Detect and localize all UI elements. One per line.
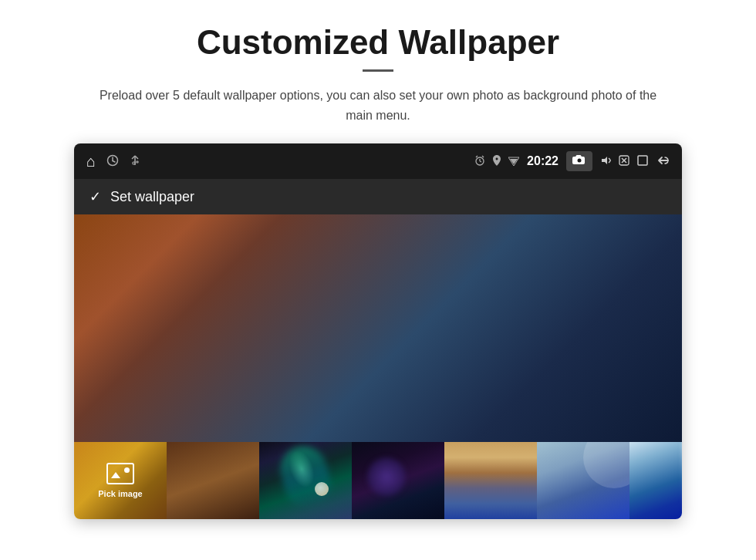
svg-line-17 [609, 158, 610, 160]
thumbnail-strip: Pick image [74, 442, 682, 519]
status-bar: ⌂ [74, 143, 682, 179]
volume-icon[interactable] [600, 155, 611, 168]
camera-icon[interactable] [566, 151, 592, 171]
back-icon[interactable] [656, 155, 670, 168]
home-icon: ⌂ [86, 153, 96, 170]
wallpaper-thumbnail-1[interactable] [167, 442, 259, 519]
svg-rect-6 [133, 162, 135, 164]
status-bar-right: 20:22 [474, 151, 670, 171]
title-divider [363, 69, 393, 72]
pick-image-button[interactable]: Pick image [74, 442, 167, 519]
wallpaper-thumbnail-3[interactable] [352, 442, 444, 519]
svg-line-12 [482, 156, 484, 157]
status-time: 20:22 [527, 154, 559, 168]
page-container: Customized Wallpaper Preload over 5 defa… [0, 0, 756, 560]
app-bar: ✓ Set wallpaper [74, 179, 682, 214]
svg-line-10 [480, 161, 481, 162]
wallpaper-preview [74, 214, 682, 442]
pick-image-label: Pick image [98, 489, 142, 498]
window-icon[interactable] [637, 155, 648, 168]
alarm-icon [474, 155, 485, 168]
svg-rect-23 [638, 156, 647, 165]
svg-line-18 [609, 161, 610, 163]
clock-icon [106, 154, 119, 169]
status-bar-left: ⌂ [86, 153, 140, 170]
svg-marker-16 [602, 157, 607, 164]
close-icon[interactable] [619, 155, 629, 168]
checkmark-icon[interactable]: ✓ [89, 188, 101, 205]
svg-line-2 [113, 160, 115, 162]
page-title: Customized Wallpaper [197, 23, 559, 62]
wifi-icon [508, 155, 519, 168]
svg-line-11 [476, 156, 478, 157]
svg-point-15 [578, 159, 582, 163]
usb-icon [130, 154, 140, 169]
location-icon [493, 155, 501, 168]
app-bar-title: Set wallpaper [110, 189, 194, 205]
wallpaper-thumbnail-2[interactable] [259, 442, 352, 519]
wallpaper-thumbnail-4[interactable] [444, 442, 537, 519]
pick-image-icon [106, 463, 134, 484]
device-frame: ⌂ [74, 143, 682, 519]
wallpaper-thumbnail-5[interactable] [537, 442, 629, 519]
page-subtitle: Preload over 5 default wallpaper options… [85, 86, 671, 125]
wallpaper-thumbnail-6[interactable] [629, 442, 682, 519]
svg-rect-7 [137, 161, 138, 163]
